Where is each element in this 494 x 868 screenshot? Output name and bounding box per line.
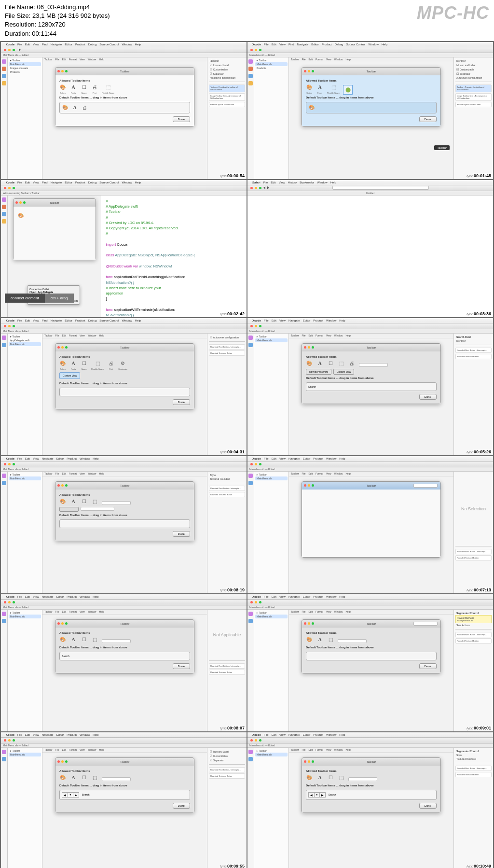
thumbnail-9: XcodeFileEditViewNavigateEditorProductWi… <box>1 594 247 731</box>
thumbnail-11: XcodeFileEditViewNavigateEditorProductWi… <box>1 732 247 868</box>
thumbnail-7: XcodeFileEditViewNavigateEditorProductWi… <box>1 456 247 593</box>
run-icon[interactable] <box>19 48 21 51</box>
thumbnail-2: XcodeFileEditViewFindNavigateEditorProdu… <box>247 42 493 179</box>
allowed-items[interactable]: 🎨Colors AFonts ☐Space 🖨Print ⬚Flexible S… <box>59 84 190 94</box>
reveal-methods-highlight: Reveal Methods NSSegmentedCell <box>455 615 492 623</box>
project-navigator[interactable]: ▸ Toolbar MainMenu.xib Images.xcassets P… <box>8 57 42 179</box>
interface-builder[interactable]: ToolbarFileEditFormatViewWindowHelp Tool… <box>42 57 207 179</box>
safari-toolbar[interactable] <box>247 185 493 191</box>
thumbnail-6: XcodeFileEditViewNavigateEditorProductWi… <box>247 318 493 455</box>
macos-menubar: Xcode FileEditViewFindNavigateEditorProd… <box>1 42 247 47</box>
thumbnail-4: SafariFileEditViewHistoryBookmarksWindow… <box>247 180 493 317</box>
forward-icon <box>267 186 269 189</box>
thumbnail-10: XcodeFileEditViewNavigateEditorProductWi… <box>247 594 493 731</box>
tooltip: Toolbar <box>434 145 450 150</box>
inspector-panel[interactable]: Identifier Icon and Label Customizable S… <box>207 57 247 179</box>
mpc-hc-logo: MPC-HC <box>417 3 489 23</box>
filename: File Name: 06_03-Adding.mp4 <box>5 3 110 12</box>
filesize: File Size: 23,1 MB (24 316 902 bytes) <box>5 12 110 20</box>
hint-overlay: connect elementctrl + drag <box>5 294 74 303</box>
search-field[interactable] <box>359 363 388 367</box>
reveal-password-button[interactable]: Reveal Password <box>306 369 331 375</box>
thumbnail-grid: Xcode FileEditViewFindNavigateEditorProd… <box>0 41 494 868</box>
warning-icon[interactable] <box>2 81 6 85</box>
ib-menubar: ToolbarFileEditFormatViewWindowHelp <box>42 57 207 62</box>
file-tabs[interactable]: MainMenu.xib — Edited <box>1 53 247 57</box>
resolution: Resolution: 1280x720 <box>5 20 110 29</box>
lib-image-toolbar[interactable]: Image Toolbar Item - An instance of NSTo… <box>209 93 245 101</box>
no-selection-label: No Selection <box>455 473 492 545</box>
default-items[interactable]: 🎨 A 🖨 <box>59 102 190 113</box>
thumbnail-3: XcodeFileEditViewFindNavigateEditorProdu… <box>1 180 247 317</box>
lib-flex-space[interactable]: Flexible Space Toolbar Item <box>209 102 245 107</box>
file-info-header: File Name: 06_03-Adding.mp4 File Size: 2… <box>0 0 494 41</box>
xcode-toolbar[interactable] <box>1 47 247 53</box>
toolbar-window[interactable]: Toolbar Allowed Toolbar Items 🎨Colors AF… <box>55 67 194 126</box>
done-button[interactable]: Done <box>173 116 190 122</box>
assistant-editor[interactable]: // // AppDelegate.swift // Toolbar // //… <box>101 196 247 317</box>
folder-icon[interactable] <box>2 59 6 64</box>
thumbnail-8: XcodeFileEditViewNavigateEditorProductWi… <box>247 456 493 593</box>
back-icon <box>263 186 265 189</box>
cube-icon[interactable] <box>2 74 6 78</box>
thumbnail-5: XcodeFileEditViewFindNavigateEditorProdu… <box>1 318 247 455</box>
navigator-icons[interactable] <box>1 57 8 179</box>
address-bar[interactable] <box>332 186 429 190</box>
lib-toolbar[interactable]: Toolbar - Provides the toolbar of NSDocu… <box>209 84 245 92</box>
custom-view-slot[interactable]: Custom View <box>59 372 80 379</box>
thumbnail-1: Xcode FileEditViewFindNavigateEditorProd… <box>1 42 247 179</box>
thumbnail-12: XcodeFileEditViewNavigateEditorProductWi… <box>247 732 493 868</box>
duration: Duration: 00:11:44 <box>5 29 110 38</box>
selected-toolbar-panel[interactable]: Allowed Toolbar Items 🎨Colors AFonts ⬚Fl… <box>302 75 440 126</box>
class-icon[interactable] <box>2 67 6 71</box>
browser-content <box>247 196 493 317</box>
timestamp: 00:00:54 <box>226 173 246 178</box>
